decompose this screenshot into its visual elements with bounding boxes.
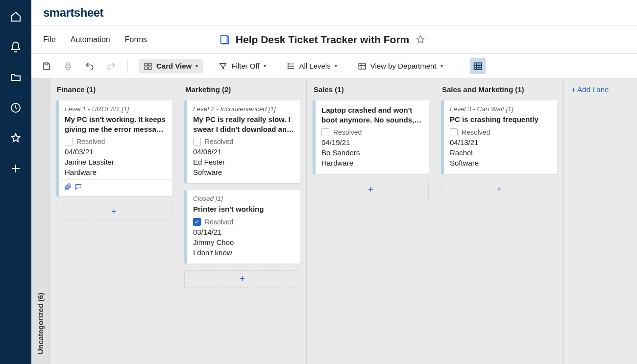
separator <box>459 59 459 73</box>
svg-rect-8 <box>149 67 151 69</box>
resolved-label: Resolved <box>76 138 105 146</box>
resolved-label: Resolved <box>205 218 233 226</box>
resolved-checkbox[interactable] <box>450 128 458 136</box>
svg-point-9 <box>288 63 289 64</box>
logo: smartsheet <box>43 6 103 20</box>
resolved-row: Resolved <box>193 137 294 146</box>
lane-header[interactable]: Marketing (2) <box>184 85 300 94</box>
caret-icon: ▾ <box>441 63 443 69</box>
resolved-label: Resolved <box>333 128 362 136</box>
svg-rect-13 <box>474 63 481 69</box>
card-level: Closed [1] <box>193 195 294 202</box>
save-icon[interactable] <box>41 61 52 72</box>
card-title: My PC is really really slow. I swear I d… <box>193 115 294 134</box>
add-lane-button[interactable]: + Add Lane <box>571 85 609 94</box>
menu-file[interactable]: File <box>43 35 56 44</box>
card-category: I don't know <box>193 247 294 258</box>
resolved-checkbox[interactable] <box>65 138 73 146</box>
add-icon[interactable] <box>9 162 23 175</box>
card-date: 04/03/21 <box>65 146 166 157</box>
card[interactable]: Closed [1]Printer isn't workingResolved0… <box>184 190 300 264</box>
left-rail <box>0 0 31 364</box>
undo-icon[interactable] <box>84 61 95 72</box>
resolved-label: Resolved <box>462 128 490 136</box>
caret-icon: ▾ <box>264 63 266 69</box>
card-person: Ed Fester <box>193 157 294 167</box>
card-date: 04/08/21 <box>193 146 294 157</box>
notifications-icon[interactable] <box>9 40 23 54</box>
board: Uncategorized (6) Finance (1)Level 1 - U… <box>31 78 637 364</box>
attachment-icon[interactable] <box>64 183 72 192</box>
card-date: 04/13/21 <box>450 137 551 147</box>
redo-icon[interactable] <box>106 61 117 72</box>
collapsed-lane-label: Uncategorized (6) <box>36 88 45 354</box>
svg-rect-6 <box>149 63 151 66</box>
resolved-row: Resolved <box>193 217 294 227</box>
svg-rect-12 <box>359 63 366 69</box>
add-card-button[interactable]: + <box>313 181 429 198</box>
lane-header[interactable]: Finance (1) <box>56 85 172 94</box>
card-person: Janine Lassiter <box>65 157 166 167</box>
card-person: Jimmy Choo <box>193 237 294 247</box>
card-category: Software <box>193 167 294 177</box>
filter-button[interactable]: Filter Off ▾ <box>214 59 270 73</box>
home-icon[interactable] <box>9 10 23 24</box>
page-title: Help Desk Ticket Tracker with Form <box>236 34 409 46</box>
lane: Finance (1)Level 1 - URGENT [1]My PC isn… <box>50 78 178 364</box>
card[interactable]: Level 2 - Inconvenienced [1]My PC is rea… <box>184 100 300 183</box>
view-by-button[interactable]: View by Department ▾ <box>353 59 448 73</box>
svg-rect-5 <box>145 63 147 66</box>
separator <box>127 59 128 73</box>
resolved-row: Resolved <box>65 137 166 146</box>
grid-toggle-button[interactable] <box>470 58 486 74</box>
lane: Marketing (2)Level 2 - Inconvenienced [1… <box>178 78 307 364</box>
card-title: My PC isn't working. It keeps giving me … <box>65 115 166 134</box>
toolbar: Card View ▾ Filter Off ▾ All Levels ▾ <box>31 54 637 78</box>
card[interactable]: Level 1 - URGENT [1]My PC isn't working.… <box>56 100 172 196</box>
lane-header[interactable]: Sales and Marketing (1) <box>441 85 557 94</box>
menu-row: File Automation Forms Help Desk Ticket T… <box>31 25 637 54</box>
levels-button[interactable]: All Levels ▾ <box>282 59 342 73</box>
favorites-icon[interactable] <box>9 131 23 145</box>
caret-icon: ▾ <box>196 63 198 69</box>
folder-icon[interactable] <box>9 71 23 84</box>
resolved-checkbox[interactable] <box>193 218 201 226</box>
card-title: PC is crashing frequently <box>450 115 551 124</box>
add-card-button[interactable]: + <box>441 181 557 198</box>
menu-forms[interactable]: Forms <box>125 35 147 44</box>
resolved-checkbox[interactable] <box>321 128 329 136</box>
add-card-button[interactable]: + <box>184 270 300 288</box>
resolved-label: Resolved <box>205 138 233 146</box>
menu-automation[interactable]: Automation <box>71 35 110 44</box>
filter-icon <box>219 62 227 71</box>
card-date: 03/14/21 <box>193 227 294 237</box>
card-view-icon <box>144 62 152 71</box>
view-by-label: View by Department <box>370 62 437 70</box>
card-person: Bo Sanders <box>321 147 423 158</box>
lane-header[interactable]: Sales (1) <box>313 85 429 94</box>
svg-point-11 <box>288 68 289 69</box>
collapsed-lane-uncategorized[interactable]: Uncategorized (6) <box>31 78 50 364</box>
card-title: Laptop crashed and won't boot anymore. N… <box>321 105 423 124</box>
recents-icon[interactable] <box>9 101 23 115</box>
card[interactable]: Level 3 - Can Wait [1]PC is crashing fre… <box>441 100 557 174</box>
card-category: Software <box>450 158 551 168</box>
svg-point-10 <box>288 66 289 67</box>
star-icon[interactable] <box>415 34 426 45</box>
comment-icon[interactable] <box>74 183 82 192</box>
view-by-icon <box>358 62 367 71</box>
card-person: Rachel <box>450 147 551 158</box>
card-view-button[interactable]: Card View ▾ <box>139 59 203 73</box>
card[interactable]: Laptop crashed and won't boot anymore. N… <box>313 100 429 174</box>
add-card-button[interactable]: + <box>56 203 172 220</box>
resolved-checkbox[interactable] <box>193 138 201 146</box>
card-category: Hardware <box>65 167 166 177</box>
sheet-icon <box>219 34 230 45</box>
print-icon[interactable] <box>63 61 74 72</box>
svg-rect-7 <box>145 67 147 69</box>
card-level: Level 2 - Inconvenienced [1] <box>193 105 294 113</box>
lane: Sales (1)Laptop crashed and won't boot a… <box>307 78 435 364</box>
resolved-row: Resolved <box>450 127 551 137</box>
card-view-label: Card View <box>156 62 192 70</box>
svg-rect-4 <box>67 67 70 69</box>
